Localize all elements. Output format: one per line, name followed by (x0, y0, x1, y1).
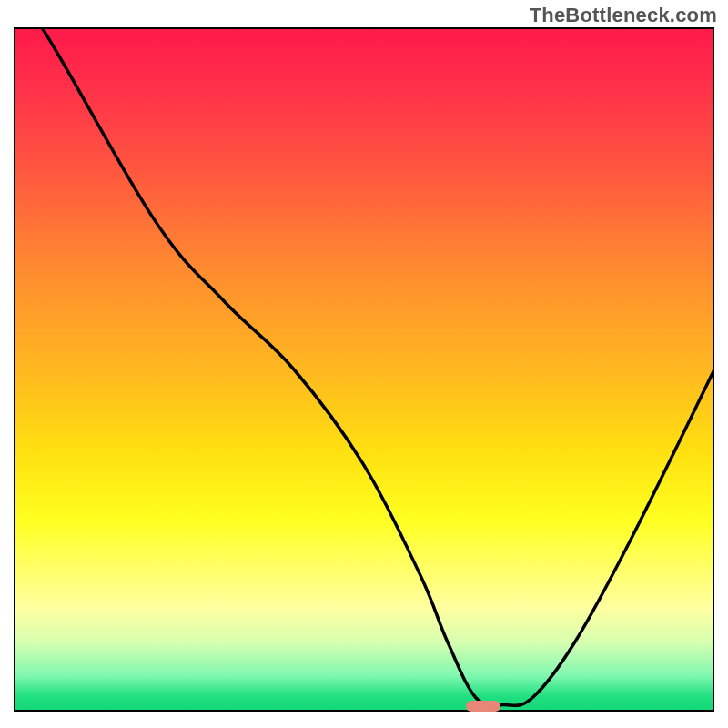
plot-area (14, 27, 714, 712)
chart-container: TheBottleneck.com (0, 0, 728, 728)
optimal-marker (466, 701, 501, 712)
gradient-background (14, 27, 714, 712)
attribution-label: TheBottleneck.com (530, 4, 717, 27)
